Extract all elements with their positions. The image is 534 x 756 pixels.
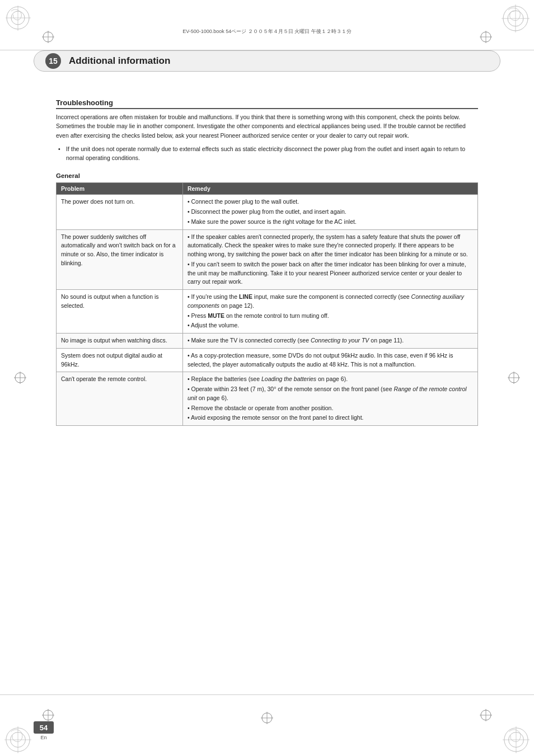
problem-cell: No sound is output when a function is se… — [57, 290, 183, 334]
table-row: System does not output digital audio at … — [57, 348, 478, 372]
corner-deco-top-left — [6, 6, 31, 31]
main-content: Troubleshooting Incorrect operations are… — [56, 83, 478, 689]
bottom-area: 54 En — [0, 694, 534, 756]
corner-deco-bottom-left — [4, 726, 31, 753]
table-row: No image is output when watching discs.•… — [57, 334, 478, 349]
problem-cell: Can't operate the remote control. — [57, 372, 183, 426]
crosshair-bottom-right — [480, 709, 492, 722]
problem-cell: The power does not turn on. — [57, 195, 183, 229]
general-heading: General — [56, 172, 478, 179]
remedy-cell: • If the speaker cables aren't connected… — [182, 229, 477, 290]
troubleshooting-heading: Troubleshooting — [56, 98, 478, 109]
page-number-box: 54 En — [34, 721, 54, 740]
table-row: The power suddenly switches off automati… — [57, 229, 478, 290]
problem-cell: System does not output digital audio at … — [57, 348, 183, 372]
crosshair-right-mid — [508, 372, 520, 385]
crosshair-left-mid — [14, 372, 26, 385]
page-number: 54 — [34, 721, 54, 734]
problem-cell: The power suddenly switches off automati… — [57, 229, 183, 290]
corner-deco-top-right — [502, 4, 530, 32]
corner-deco-bottom-right — [503, 726, 530, 753]
crosshair-top-right — [480, 31, 492, 44]
table-row: The power does not turn on.• Connect the… — [57, 195, 478, 229]
top-strip: EV-500-1000.book 54ページ ２００５年４月５日 火曜日 午後１… — [0, 0, 534, 50]
remedy-cell: • Replace the batteries (see Loading the… — [182, 372, 477, 426]
col-header-problem: Problem — [57, 183, 183, 195]
page-lang: En — [40, 735, 46, 740]
intro-text: Incorrect operations are often mistaken … — [56, 112, 478, 140]
crosshair-bottom-left — [42, 709, 54, 722]
static-electricity-bullet: If the unit does not operate normally du… — [56, 144, 478, 163]
crosshair-top-left — [42, 31, 54, 44]
remedy-cell: • If you're using the LINE input, make s… — [182, 290, 477, 334]
table-row: No sound is output when a function is se… — [57, 290, 478, 334]
problem-cell: No image is output when watching discs. — [57, 334, 183, 349]
print-info: EV-500-1000.book 54ページ ２００５年４月５日 火曜日 午後１… — [182, 28, 352, 35]
remedy-cell: • Connect the power plug to the wall out… — [182, 195, 477, 229]
chapter-header: 15 Additional information — [34, 50, 500, 72]
remedy-cell: • As a copy-protection measure, some DVD… — [182, 348, 477, 372]
troubleshooting-table: Problem Remedy The power does not turn o… — [56, 182, 478, 426]
col-header-remedy: Remedy — [182, 183, 477, 195]
table-row: Can't operate the remote control.• Repla… — [57, 372, 478, 426]
chapter-number: 15 — [45, 53, 61, 69]
chapter-title: Additional information — [69, 55, 170, 67]
remedy-cell: • Make sure the TV is connected correctl… — [182, 334, 477, 349]
crosshair-bottom-center — [261, 712, 273, 725]
